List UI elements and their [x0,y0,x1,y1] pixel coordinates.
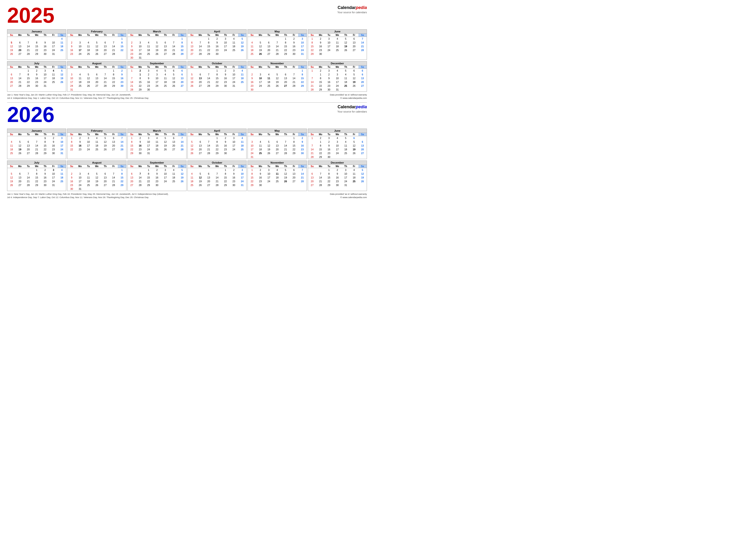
year-2026-header: 2026 Calendarpedia Your source for calen… [7,104,367,127]
2025-bottom-row: July Su Mo Tu We Th Fr Sa 1 2 3 4 5 6 7 [7,61,367,92]
2026-holidays-right: Data provided 'as is' without warranty ©… [330,192,367,199]
data-note: Data provided 'as is' without warranty [330,93,367,96]
brand-name-bottom: Calendarpedia [337,104,367,110]
jan-2026-body: 1 2 3 4 5 6 7 8 9 10 11 12 13 14 15 16 1… [7,136,66,155]
month-mar-2025: March Su Mo Tu We Th Fr Sa 1 2 3 4 [127,29,187,60]
year-2025-section: 2025 Calendarpedia Your source for calen… [7,5,367,100]
dow-th: Th [41,33,49,37]
brand-name-top: Calendarpedia [337,5,367,10]
sep-2025-body: 1 2 3 4 5 6 6 1 2 3 4 5 6 7 8 9 10 11 [128,69,186,92]
aug-2025-dow: Su Mo Tu We Th Fr Sa [67,66,126,69]
brand-url-2: © www.calendarpedia.com [330,196,367,199]
brand-sub-top: Your source for calendars [337,10,367,14]
feb-2025-body: 1 2 3 4 5 6 7 8 9 10 11 12 13 14 15 16 1… [67,37,126,56]
year-2026-section: 2026 Calendarpedia Your source for calen… [7,104,367,199]
feb-2026-body: 1 2 3 4 5 6 7 8 9 10 11 12 13 14 15 16 1… [67,136,126,151]
mar-2026-header: March [128,129,186,133]
dec-2025-header: December [308,62,367,66]
jul-2026-dow: Su Mo Tu We Th Fr Sa [7,165,66,168]
oct-2026-body: 1 2 3 4 5 6 7 8 9 10 11 12 13 14 15 16 1… [188,168,246,187]
feb-2026-header: February [67,129,126,133]
month-oct-2025: October Su Mo Tu We Th Fr Sa 1 2 3 4 5 6 [187,61,247,92]
nov-2025-body: 1 2 3 4 5 6 7 8 9 10 11 12 13 14 15 16 1… [248,69,306,92]
feb-2025-header: February [67,29,126,33]
brand-top: Calendarpedia Your source for calendars [337,5,367,15]
year-2026-title: 2026 [7,104,54,125]
jan-2025-body: 4 5 6 7 8 9 10 11 12 13 14 15 16 17 18 1… [7,37,66,56]
jun-2026-header: June [308,129,367,133]
month-apr-2026: April Su Mo Tu We Th Fr Sa 1 2 3 4 5 6 [187,129,247,159]
month-oct-2026: October Su Mo Tu We Th Fr Sa 1 2 3 4 5 [187,161,247,191]
2025-holidays-right: Data provided 'as is' without warranty ©… [330,93,367,100]
oct-2025-dow: Su Mo Tu We Th Fr Sa [188,66,246,69]
jul-2026-header: July [7,161,66,165]
year-2025-title: 2025 [7,5,54,26]
2025-holidays-left: Jan 1: New Year's Day, Jan 20: Martin Lu… [7,93,148,100]
jul-2025-dow: Su Mo Tu We Th Fr Sa [7,66,66,69]
oct-2026-dow: Su Mo Tu We Th Fr Sa [188,165,246,168]
dow-sa: Sa [58,33,66,37]
data-note-2: Data provided 'as is' without warranty [330,192,367,196]
dec-2026-dow: Su Mo Tu We Th Fr Sa [308,165,367,168]
month-jun-2025: June Su Mo Tu We Th Fr Sa 1 2 3 4 5 6 7 … [308,29,367,60]
mar-2026-body: 1 2 3 4 5 6 7 8 9 10 11 12 13 14 15 16 1… [128,136,186,155]
nov-2026-dow: Su Mo Tu We Th Fr Sa [248,165,306,168]
month-nov-2026: November Su Mo Tu We Th Fr Sa 1 2 3 4 5 … [248,161,307,191]
aug-2026-dow: Su Mo Tu We Th Fr Sa [67,165,126,168]
2025-holidays: Jan 1: New Year's Day, Jan 20: Martin Lu… [7,93,367,100]
jan-2026-header: January [7,129,66,133]
2026-top-row: January Su Mo Tu We Th Fr Sa 1 2 3 4 5 [7,129,367,159]
dow-mo: Mo [16,33,24,37]
dec-2025-dow: Su Mo Tu We Th Fr Sa [308,66,367,69]
nov-2025-header: November [248,62,306,66]
2026-holiday-line1: Jan 1: New Year's Day, Jan 19: Martin Lu… [7,192,168,196]
aug-2026-body: 1 2 3 4 5 6 7 8 9 10 11 12 13 14 15 16 1… [67,168,126,191]
may-2025-header: May [248,29,306,33]
jan-2025-dow: Su Mo Tu We Th Fr Sa [7,33,66,37]
may-2025-dow: Su Mo Tu We Th Fr Sa [248,33,306,37]
apr-2026-header: April [188,129,246,133]
oct-2026-header: October [188,161,246,165]
month-feb-2026: February Su Mo Tu We Th Fr Sa 1 2 3 4 5 … [67,129,126,159]
brand-sub-bottom: Your source for calendars [337,110,367,114]
jun-2025-body: 1 2 3 4 5 6 7 8 9 10 11 12 13 14 15 16 1… [308,37,367,56]
jan-2025-header: January [7,29,66,33]
nov-2026-header: November [248,161,306,165]
2025-holiday-line1: Jan 1: New Year's Day, Jan 20: Martin Lu… [7,93,148,96]
2026-holiday-line2: Jul 4: Independence Day, Sep 7: Labor Da… [7,196,168,199]
sep-2026-body: 1 2 3 4 5 6 7 8 9 10 11 12 13 14 15 16 1… [128,168,186,187]
month-sep-2025: September Su Mo Tu We Th Fr Sa 1 2 3 4 5… [127,61,187,92]
2026-holidays: Jan 1: New Year's Day, Jan 19: Martin Lu… [7,192,367,199]
may-2026-dow: Su Mo Tu We Th Fr Sa [248,133,306,136]
2026-bottom-row: July Su Mo Tu We Th Fr Sa 1 2 3 4 5 6 7 [7,161,367,191]
aug-2025-body: 1 2 3 4 5 6 7 8 9 10 11 12 13 14 15 16 1… [67,69,126,92]
sep-2026-header: September [128,161,186,165]
apr-2025-dow: Su Mo Tu We Th Fr Sa [188,33,246,37]
apr-2025-body: 1 2 3 4 5 6 7 8 9 10 11 12 13 14 15 16 1… [188,37,246,56]
sep-2025-dow: Su Mo Tu We Th Fr Sa [128,66,186,69]
dow-we: We [32,33,41,37]
month-sep-2026: September Su Mo Tu We Th Fr Sa 1 2 3 4 5… [127,161,187,191]
apr-2026-body: 1 2 3 4 5 6 7 8 9 10 11 12 13 14 15 16 1… [188,136,246,155]
nov-2026-body: 1 2 3 4 5 6 7 8 9 10 11 12 13 14 15 16 1… [248,168,306,187]
mar-2026-dow: Su Mo Tu We Th Fr Sa [128,133,186,136]
month-aug-2025: August Su Mo Tu We Th Fr Sa 1 2 3 4 5 [67,61,126,92]
may-2026-body: 1 2 3 4 5 6 7 8 9 10 11 12 13 14 15 16 1… [248,136,306,159]
jul-2025-body: 1 2 3 4 5 6 7 8 9 10 11 12 13 14 15 16 1… [7,69,66,88]
feb-2026-dow: Su Mo Tu We Th Fr Sa [67,133,126,136]
may-2026-header: May [248,129,306,133]
2025-holiday-line2: Jul 4: Independence Day, Sep 1: Labor Da… [7,96,148,100]
month-jan-2025: January Su Mo Tu We Th Fr Sa 4 5 6 7 [7,29,66,60]
dow-tu: Tu [24,33,32,37]
month-jun-2026: June Su Mo Tu We Th Fr Sa 1 2 3 4 5 6 1 [308,129,367,159]
sep-2026-dow: Su Mo Tu We Th Fr Sa [128,165,186,168]
month-dec-2026: December Su Mo Tu We Th Fr Sa 1 2 3 4 5 … [308,161,367,191]
2025-top-row: January Su Mo Tu We Th Fr Sa 4 5 6 7 [7,29,367,60]
dow-fr: Fr [49,33,57,37]
dow-su: Su [7,33,16,37]
brand-url: © www.calendarpedia.com [330,96,367,100]
month-jul-2025: July Su Mo Tu We Th Fr Sa 1 2 3 4 5 6 7 [7,61,66,92]
oct-2025-body: 1 2 3 4 5 6 7 8 9 10 11 12 13 14 15 16 1… [188,69,246,88]
dec-2025-body: 1 2 3 4 5 6 6 1 2 3 4 5 6 7 8 9 10 11 [308,69,367,92]
month-jan-2026: January Su Mo Tu We Th Fr Sa 1 2 3 4 5 [7,129,66,159]
